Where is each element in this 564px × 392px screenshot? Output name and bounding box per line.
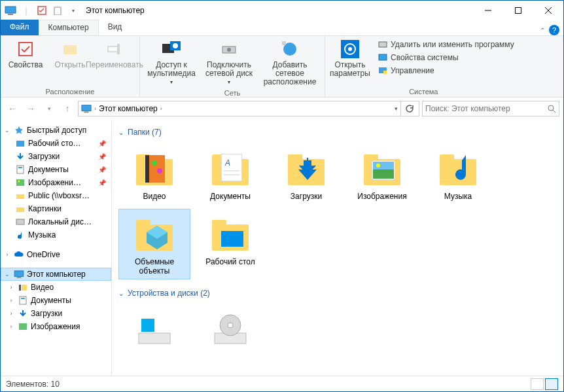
folder-item[interactable]: Объемные объекты [118,209,190,279]
svg-rect-30 [16,141,24,147]
folder-icon [361,147,403,189]
chevron-down-icon[interactable]: ⌄ [3,271,11,277]
map-drive-icon [219,39,239,60]
tree-item[interactable]: Музыка [1,228,111,241]
folder-item[interactable]: Рабочий стол [194,209,266,279]
chevron-right-icon[interactable]: › [160,105,162,112]
svg-rect-9 [63,45,77,54]
item-icon [15,164,26,175]
search-icon [547,104,556,113]
group-header-devices[interactable]: ⌄ Устройства и диски (2) [118,289,557,298]
svg-rect-10 [108,46,118,52]
history-dropdown[interactable]: ▾ [41,101,57,116]
svg-rect-22 [379,42,387,47]
drive-item[interactable] [118,304,190,354]
chevron-down-icon[interactable]: ⌄ [118,129,124,136]
svg-rect-61 [149,319,154,325]
cd-drive-icon [209,308,251,350]
help-icon[interactable]: ? [549,25,559,35]
svg-rect-46 [149,155,165,183]
item-icon [18,295,28,306]
address-row: ← → ▾ ↑ › Этот компьютер › ▾ Поиск: Этот… [1,98,563,120]
view-icons-button[interactable] [545,378,558,390]
group-header-folders[interactable]: ⌄ Папки (7) [118,128,557,137]
minimize-button[interactable] [473,1,503,20]
tab-view[interactable]: Вид [99,20,132,35]
tree-item[interactable]: Картинки [1,202,111,215]
back-button[interactable]: ← [5,101,20,116]
tab-computer[interactable]: Компьютер [39,20,99,35]
tree-thispc[interactable]: ⌄ Этот компьютер [1,268,111,281]
folder-item[interactable]: Изображения [346,143,418,205]
svg-point-56 [376,164,380,168]
svg-line-29 [553,110,555,113]
breadcrumb-root[interactable]: Этот компьютер [99,104,158,113]
svg-point-21 [348,47,352,51]
folder-item[interactable]: Загрузки [270,143,342,205]
address-bar[interactable]: › Этот компьютер › ▾ [78,101,419,116]
folder-item[interactable]: A Документы [194,143,266,205]
sysprops-button[interactable]: Свойства системы [375,52,517,63]
qat-dropdown-icon[interactable]: ▾ [66,3,80,18]
tree-item[interactable]: Изображени…📌 [1,176,111,189]
folder-icon [133,147,175,189]
chevron-down-icon[interactable]: ⌄ [118,290,124,297]
ribbon-tabs: Файл Компьютер Вид ⌃ ? [1,20,563,36]
search-input[interactable]: Поиск: Этот компьютер [422,101,559,116]
drive-item[interactable] [194,304,266,354]
tree-item[interactable]: › Документы [1,294,111,307]
addr-dropdown-icon[interactable]: ▾ [395,105,398,112]
tree-item[interactable]: Public (\\vboxsr… [1,189,111,202]
item-icon [15,190,26,201]
svg-rect-54 [373,168,394,179]
uninstall-button[interactable]: Удалить или изменить программу [375,39,517,50]
properties-button[interactable]: Свойства [5,37,46,71]
tree-item[interactable]: Загрузки📌 [1,150,111,163]
add-netloc-button[interactable]: Добавить сетевое расположение [259,37,321,88]
tree-item[interactable]: › Видео [1,281,111,294]
chevron-right-icon[interactable]: › [94,105,96,112]
chevron-right-icon[interactable]: › [7,297,15,304]
tree-item[interactable]: Рабочий сто…📌 [1,137,111,150]
tree-item[interactable]: Локальный дис… [1,215,111,228]
tree-item[interactable]: Документы📌 [1,163,111,176]
pin-icon: 📌 [98,140,106,147]
maximize-button[interactable] [503,1,533,20]
chevron-down-icon[interactable]: ⌄ [3,127,11,134]
svg-rect-63 [149,326,154,332]
refresh-button[interactable] [400,101,416,116]
folder-item[interactable]: Видео [118,143,190,205]
svg-point-14 [173,43,178,48]
up-button[interactable]: ↑ [60,101,75,116]
tree-item[interactable]: › Загрузки [1,307,111,320]
content-area[interactable]: ⌄ Папки (7) Видео A Документы Загрузки И… [112,120,563,376]
view-details-button[interactable] [531,378,544,390]
svg-rect-41 [22,285,27,291]
chevron-right-icon[interactable]: › [7,284,15,291]
tree-quick-access[interactable]: ⌄ Быстрый доступ [1,124,111,137]
ribbon-group-system: Открыть параметры Удалить или изменить п… [325,36,522,97]
tab-file[interactable]: Файл [1,20,39,35]
title-bar: | ▾ Этот компьютер [1,1,563,20]
rename-icon [104,39,125,60]
svg-rect-39 [17,277,22,278]
folder-item[interactable]: Музыка [422,143,494,205]
map-drive-button[interactable]: Подключить сетевой диск ▾ [202,37,256,88]
nav-tree[interactable]: ⌄ Быстрый доступ Рабочий сто…📌 Загрузки📌… [1,120,112,376]
open-settings-button[interactable]: Открыть параметры [329,37,371,79]
ribbon: Свойства Открыть Переименовать Расположе… [1,36,563,98]
svg-rect-37 [16,219,24,224]
tree-item[interactable]: › Изображения [1,320,111,333]
forward-button[interactable]: → [23,101,39,116]
svg-rect-49 [221,154,242,181]
chevron-right-icon[interactable]: › [7,323,15,330]
newfolder-qat-icon[interactable] [50,3,65,18]
properties-qat-icon[interactable] [35,3,49,18]
chevron-right-icon[interactable]: › [3,251,11,258]
tree-onedrive[interactable]: › OneDrive [1,248,111,261]
manage-button[interactable]: Управление [375,65,517,77]
collapse-ribbon-icon[interactable]: ⌃ [540,27,545,34]
media-access-button[interactable]: Доступ к мультимедиа ▾ [144,37,199,88]
chevron-right-icon[interactable]: › [7,310,15,317]
close-button[interactable] [533,1,563,20]
